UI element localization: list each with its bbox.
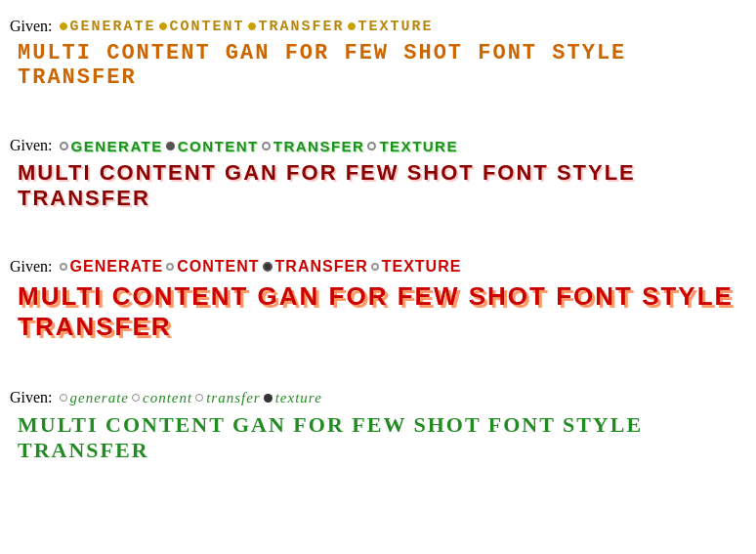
row-block-3: Given: GENERATE CONTENT TRANSFER TEXTURE… <box>0 240 756 352</box>
row-block-4: Given: generate CONTENT transfer TEXTURE… <box>0 371 756 473</box>
given-label-4: Given: <box>10 389 53 406</box>
dot-3-3 <box>263 262 273 272</box>
row-block-2: Given: GENERATE CONTENT TRANSFER TEXTURE… <box>0 119 756 221</box>
dot-1-4 <box>348 22 356 30</box>
tag-generate-2: GENERATE <box>71 138 163 154</box>
tag-texture-4: TEXTURE <box>275 390 322 406</box>
title-2: MULTI CONTENT GAN FOR FEW SHOT FONT STYL… <box>18 160 746 211</box>
tag-texture-1: TEXTURE <box>358 19 434 35</box>
dot-1-1 <box>60 22 67 30</box>
tag-transfer-3: TRANSFER <box>275 258 368 276</box>
row-block-1: Given: GENERATE CONTENT TRANSFER TEXTURE… <box>0 0 756 100</box>
dot-1-2 <box>159 22 167 30</box>
tag-content-4: CONTENT <box>143 390 192 406</box>
dot-1-3 <box>248 22 256 30</box>
dot-3-2 <box>166 263 174 271</box>
tag-texture-2: TEXTURE <box>379 138 458 154</box>
tag-transfer-4: transfer <box>206 390 261 406</box>
title-1: MULTI CONTENT GAN FOR FEW SHOT FONT STYL… <box>18 41 746 90</box>
dot-4-2 <box>132 394 140 402</box>
tag-content-3: CONTENT <box>177 258 259 276</box>
dot-3-4 <box>371 263 379 271</box>
dot-2-1 <box>60 142 68 150</box>
dot-2-2 <box>166 142 175 150</box>
title-4: MULTI CONTENT GAN FOR FEW SHOT FONT STYL… <box>18 412 746 463</box>
given-label-3: Given: <box>10 258 53 276</box>
tag-transfer-2: TRANSFER <box>273 138 365 154</box>
given-line-3: Given: GENERATE CONTENT TRANSFER TEXTURE <box>10 258 746 276</box>
dot-4-4 <box>264 394 273 403</box>
given-label-1: Given: <box>10 18 53 35</box>
tag-generate-4: generate <box>70 390 129 406</box>
tag-content-1: CONTENT <box>170 19 245 35</box>
tag-transfer-1: TRANSFER <box>259 19 345 35</box>
title-3: MULTI CONTENT GAN FOR FEW SHOT FONT STYL… <box>18 281 746 342</box>
dot-2-4 <box>367 142 376 150</box>
given-line-1: Given: GENERATE CONTENT TRANSFER TEXTURE <box>10 18 746 35</box>
given-line-2: Given: GENERATE CONTENT TRANSFER TEXTURE <box>10 137 746 154</box>
given-line-4: Given: generate CONTENT transfer TEXTURE <box>10 389 746 406</box>
dot-3-1 <box>60 263 67 271</box>
tag-generate-3: GENERATE <box>70 258 164 276</box>
dot-4-1 <box>60 394 67 402</box>
tag-content-2: CONTENT <box>178 138 259 154</box>
tag-generate-1: GENERATE <box>70 19 156 35</box>
dot-4-3 <box>195 394 203 402</box>
tag-texture-3: TEXTURE <box>382 258 462 276</box>
given-label-2: Given: <box>10 137 53 154</box>
dot-2-3 <box>262 142 271 150</box>
